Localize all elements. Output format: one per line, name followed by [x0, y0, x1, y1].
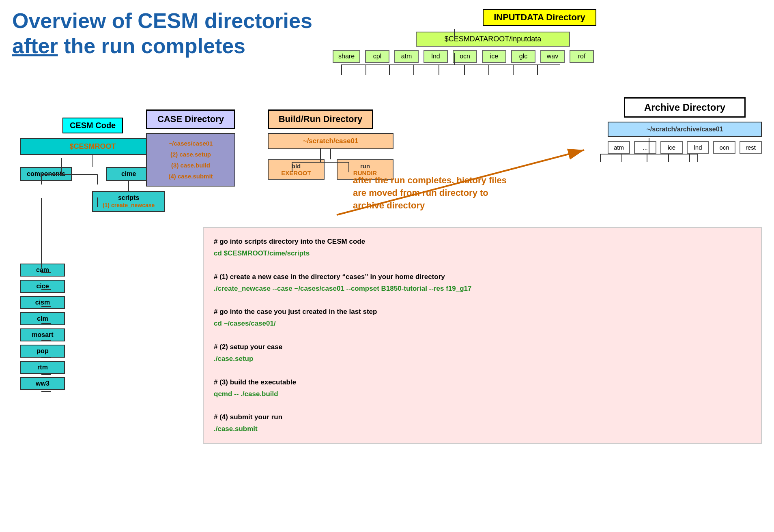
buildrun-bld: bld EXEROOT	[268, 159, 325, 180]
inputdata-child-ocn: ocn	[453, 50, 477, 63]
inputdata-section: INPUTDATA Directory $CESMDATAROOT/inputd…	[333, 9, 596, 63]
code-comment5: # (3) build the executable	[214, 378, 296, 386]
scripts-label: scripts	[118, 194, 139, 201]
cesm-code-title: CESM Code	[62, 118, 123, 133]
case-directory-section: CASE Directory ~/cases/case01 (2) case.s…	[146, 109, 235, 187]
archive-children: atm ... ice lnd ocn rest	[608, 141, 762, 154]
case-line1: ~/cases/case01	[169, 140, 213, 147]
code-comment1: # go into scripts directory into the CES…	[214, 238, 365, 245]
components-list: cam cice cism clm mosart pop rtm ww3	[20, 264, 65, 390]
case-line2: (2) case.setup	[170, 151, 211, 158]
buildrun-root: ~/scratch/case01	[268, 133, 393, 149]
archive-dots: ...	[634, 141, 656, 154]
archive-lnd: lnd	[687, 141, 709, 154]
comp-ww3: ww3	[20, 377, 65, 390]
title-suffix: the run completes	[58, 34, 245, 58]
inputdata-child-lnd: lnd	[424, 50, 448, 63]
archive-section: Archive Directory ~/scratch/archive/case…	[608, 97, 762, 154]
comp-cam: cam	[20, 264, 65, 277]
inputdata-title: INPUTDATA Directory	[483, 9, 596, 26]
orange-annotation: after the run completes, history files a…	[353, 174, 515, 212]
case-dir-content: ~/cases/case01 (2) case.setup (3) case.b…	[146, 133, 235, 187]
scripts-sub: (1) create_newcase	[103, 202, 155, 208]
bld-sub: EXEROOT	[281, 169, 311, 176]
archive-title: Archive Directory	[624, 97, 746, 118]
code-comment3: # go into the case you just created in t…	[214, 308, 377, 315]
code-comment6: # (4) submit your run	[214, 413, 282, 421]
scripts-box: scripts (1) create_newcase	[92, 191, 165, 212]
inputdata-child-share: share	[333, 50, 360, 63]
inputdata-child-ice: ice	[482, 50, 506, 63]
archive-ocn: ocn	[713, 141, 735, 154]
comp-cice: cice	[20, 280, 65, 293]
inputdata-child-rof: rof	[570, 50, 594, 63]
archive-root: ~/scratch/archive/case01	[608, 122, 762, 137]
case-dir-title: CASE Directory	[146, 109, 235, 129]
buildrun-title: Build/Run Directory	[268, 109, 373, 129]
inputdata-child-wav: wav	[540, 50, 565, 63]
inputdata-child-glc: glc	[511, 50, 535, 63]
inputdata-children: share cpl atm lnd ocn ice glc wav rof	[333, 50, 596, 63]
case-line3: (3) case.build	[171, 162, 210, 169]
components-box: components	[20, 167, 72, 181]
code-cmd6: ./case.submit	[214, 425, 258, 433]
comp-pop: pop	[20, 345, 65, 358]
inputdata-child-cpl: cpl	[365, 50, 389, 63]
run-label: run	[360, 163, 370, 169]
code-cmd2: ./create_newcase --case ~/cases/case01 -…	[214, 285, 472, 292]
comp-cism: cism	[20, 296, 65, 309]
inputdata-child-atm: atm	[394, 50, 419, 63]
comp-mosart: mosart	[20, 328, 65, 341]
inputdata-root: $CESMDATAROOT/inputdata	[416, 32, 570, 47]
cime-box: cime	[106, 167, 151, 181]
title-line1: Overview of CESM directories	[12, 9, 312, 32]
title-underline: after	[12, 34, 58, 58]
cesm-code-section: CESM Code $CESMROOT components cime scri…	[20, 118, 165, 212]
buildrun-section: Build/Run Directory ~/scratch/case01 bld…	[268, 109, 393, 180]
code-cmd4: ./case.setup	[214, 355, 253, 363]
code-cmd3: cd ~/cases/case01/	[214, 320, 276, 327]
archive-rest: rest	[740, 141, 762, 154]
code-comment4: # (2) setup your case	[214, 343, 282, 351]
cesm-root-box: $CESMROOT	[20, 138, 165, 155]
case-line4: (4) case.submit	[168, 173, 213, 180]
code-block: # go into scripts directory into the CES…	[203, 227, 762, 444]
code-cmd1: cd $CESMROOT/cime/scripts	[214, 249, 310, 257]
comp-clm: clm	[20, 312, 65, 325]
archive-atm: atm	[608, 141, 630, 154]
page-title: Overview of CESM directories after the r…	[12, 8, 312, 59]
comp-rtm: rtm	[20, 361, 65, 374]
archive-ice: ice	[660, 141, 683, 154]
code-comment2: # (1) create a new case in the directory…	[214, 273, 445, 281]
code-cmd5: qcmd -- ./case.build	[214, 390, 278, 398]
bld-label: bld	[292, 163, 301, 169]
